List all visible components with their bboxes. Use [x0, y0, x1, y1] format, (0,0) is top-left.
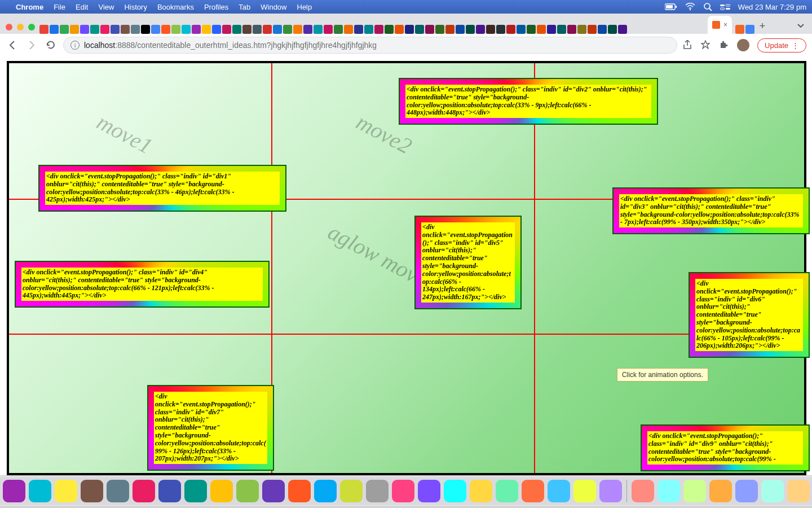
tab-close-icon[interactable]: × — [723, 21, 727, 29]
code-box-div7[interactable]: <div onclick="event.stopPropagation();" … — [147, 385, 274, 471]
address-bar[interactable]: i localhost:8888/contenteditable_outerht… — [63, 37, 677, 54]
menu-bookmarks[interactable]: Bookmarks — [157, 3, 194, 11]
background-tab[interactable] — [735, 25, 744, 34]
dock-app-icon[interactable] — [366, 480, 389, 502]
dock-app-icon[interactable] — [470, 480, 492, 502]
dock-app-icon[interactable] — [599, 480, 622, 502]
dock-app-icon[interactable] — [236, 480, 259, 502]
update-button[interactable]: Update⋮ — [757, 38, 806, 52]
background-tab[interactable] — [745, 25, 754, 34]
dock-app-icon[interactable] — [133, 480, 155, 502]
menu-view[interactable]: View — [98, 3, 114, 11]
page-body[interactable]: move1 move2 aglow move5 <div onclick="ev… — [7, 61, 806, 475]
wifi-icon[interactable] — [685, 3, 695, 11]
background-tab[interactable] — [517, 25, 526, 34]
background-tab[interactable] — [435, 25, 444, 34]
dock-app-icon[interactable] — [340, 480, 363, 502]
dock-app-icon[interactable] — [314, 480, 337, 502]
dock-app-icon[interactable] — [522, 480, 544, 502]
background-tab[interactable] — [537, 25, 546, 34]
background-tab[interactable] — [100, 25, 109, 34]
background-tab[interactable] — [334, 25, 343, 34]
dock-app-icon[interactable] — [657, 480, 680, 502]
background-tab[interactable] — [212, 25, 221, 34]
app-name[interactable]: Chrome — [16, 3, 43, 11]
background-tab[interactable] — [232, 25, 241, 34]
background-tab[interactable] — [557, 25, 566, 34]
background-tab[interactable] — [425, 25, 434, 34]
background-tab[interactable] — [90, 25, 99, 34]
window-minimize-icon[interactable] — [17, 24, 24, 30]
background-tab[interactable] — [121, 25, 130, 34]
dock-app-icon[interactable] — [632, 480, 654, 502]
window-zoom-icon[interactable] — [28, 24, 35, 30]
background-tab[interactable] — [192, 25, 201, 34]
menu-history[interactable]: History — [124, 3, 147, 11]
background-tab[interactable] — [445, 25, 454, 34]
background-tab[interactable] — [141, 25, 150, 34]
code-box-div2[interactable]: <div onclick="event.stopPropagation();" … — [399, 78, 658, 125]
code-box-text[interactable]: <div onclick="event.stopPropagation();" … — [45, 172, 280, 205]
background-tab[interactable] — [374, 25, 383, 34]
code-box-div9[interactable]: <div onclick="event.stopPropagation();" … — [641, 424, 810, 471]
extensions-puzzle-icon[interactable] — [719, 40, 729, 50]
menu-edit[interactable]: Edit — [76, 3, 88, 11]
code-box-div4[interactable]: <div onclick="event.stopPropagation();" … — [15, 261, 270, 308]
background-tab[interactable] — [161, 25, 170, 34]
dock-app-icon[interactable] — [29, 480, 51, 502]
spotlight-icon[interactable] — [703, 2, 712, 11]
code-box-text[interactable]: <div onclick="event.stopPropagation();" … — [695, 279, 803, 351]
background-tab[interactable] — [131, 25, 140, 34]
forward-button[interactable] — [25, 38, 38, 52]
background-tab[interactable] — [456, 25, 465, 34]
background-tab[interactable] — [506, 25, 515, 34]
dock-app-icon[interactable] — [107, 480, 129, 502]
background-tab[interactable] — [324, 25, 333, 34]
background-tab[interactable] — [354, 25, 363, 34]
background-tab[interactable] — [405, 25, 414, 34]
background-tab[interactable] — [111, 25, 120, 34]
background-tab[interactable] — [588, 25, 597, 34]
dock-app-icon[interactable] — [496, 480, 518, 502]
dock-app-icon[interactable] — [761, 480, 784, 502]
code-box-div6[interactable]: <div onclick="event.stopPropagation();" … — [689, 272, 810, 358]
dock-app-icon[interactable] — [55, 480, 77, 502]
profile-avatar-icon[interactable] — [737, 39, 749, 51]
background-tab[interactable] — [242, 25, 251, 34]
menubar-clock[interactable]: Wed 23 Mar 7:29 pm — [738, 3, 806, 11]
background-tab[interactable] — [202, 25, 211, 34]
reload-button[interactable] — [44, 38, 58, 52]
dock-app-icon[interactable] — [418, 480, 440, 502]
dock-app-icon[interactable] — [81, 480, 103, 502]
background-tab[interactable] — [60, 25, 69, 34]
code-box-text[interactable]: <div onclick="event.stopPropagation();" … — [647, 431, 803, 465]
background-tab[interactable] — [182, 25, 191, 34]
background-tab[interactable] — [598, 25, 607, 34]
code-box-div5[interactable]: <div onclick="event.stopPropagation();" … — [414, 216, 522, 309]
dock-app-icon[interactable] — [262, 480, 285, 502]
menu-profiles[interactable]: Profiles — [204, 3, 228, 11]
new-tab-button[interactable]: + — [754, 18, 770, 34]
code-box-text[interactable]: <div onclick="event.stopPropagation();" … — [619, 194, 803, 227]
background-tab[interactable] — [547, 25, 556, 34]
dock-app-icon[interactable] — [3, 480, 25, 502]
background-tab[interactable] — [50, 25, 59, 34]
menu-file[interactable]: File — [54, 3, 65, 11]
background-tab[interactable] — [466, 25, 475, 34]
code-box-text[interactable]: <div onclick="event.stopPropagation();" … — [21, 268, 263, 301]
active-tab[interactable]: × — [708, 16, 732, 34]
code-box-text[interactable]: <div onclick="event.stopPropagation();" … — [421, 222, 515, 303]
bookmark-star-icon[interactable] — [701, 40, 711, 50]
background-tab[interactable] — [171, 25, 180, 34]
background-tab[interactable] — [608, 25, 617, 34]
background-tab[interactable] — [527, 25, 536, 34]
dock-app-icon[interactable] — [548, 480, 570, 502]
background-tab[interactable] — [273, 25, 282, 34]
macos-dock[interactable] — [0, 476, 812, 506]
background-tabs[interactable] — [39, 25, 705, 34]
site-info-icon[interactable]: i — [70, 41, 80, 50]
dock-app-icon[interactable] — [288, 480, 311, 502]
menu-window[interactable]: Window — [261, 3, 286, 11]
tab-overflow-button[interactable] — [793, 18, 809, 34]
background-tab[interactable] — [415, 25, 424, 34]
